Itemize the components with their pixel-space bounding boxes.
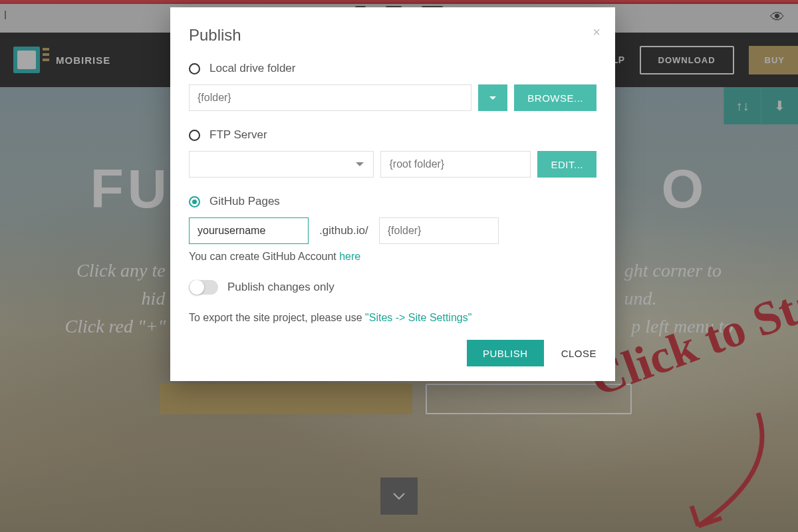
github-create-link[interactable]: here: [339, 251, 360, 262]
github-radio[interactable]: [189, 196, 200, 207]
browse-button[interactable]: BROWSE...: [514, 84, 597, 111]
github-folder-input[interactable]: [379, 217, 499, 244]
github-radio-row[interactable]: GitHub Pages: [189, 195, 597, 208]
close-button[interactable]: CLOSE: [561, 348, 597, 359]
github-help-text: You can create GitHub Account here: [189, 251, 597, 263]
local-drive-label: Local drive folder: [209, 62, 295, 75]
local-drive-section: Local drive folder BROWSE...: [189, 62, 597, 111]
local-drive-radio[interactable]: [189, 63, 200, 74]
github-pages-section: GitHub Pages .github.io/ You can create …: [189, 195, 597, 263]
github-username-input[interactable]: [189, 217, 309, 244]
local-drive-radio-row[interactable]: Local drive folder: [189, 62, 597, 75]
folder-dropdown-button[interactable]: [478, 84, 507, 111]
publish-changes-toggle[interactable]: [189, 280, 218, 295]
ftp-server-select[interactable]: [189, 151, 374, 178]
dialog-title: Publish: [189, 26, 597, 45]
ftp-radio-row[interactable]: FTP Server: [189, 128, 597, 142]
site-settings-link[interactable]: "Sites -> Site Settings": [365, 312, 471, 323]
publish-button[interactable]: PUBLISH: [467, 340, 544, 366]
publish-dialog: Publish × Local drive folder BROWSE... F…: [170, 7, 615, 381]
publish-changes-label: Publish changes only: [227, 281, 334, 294]
close-icon[interactable]: ×: [593, 25, 600, 40]
ftp-label: FTP Server: [209, 128, 267, 142]
publish-changes-row: Publish changes only: [189, 280, 597, 295]
dialog-footer: PUBLISH CLOSE: [189, 340, 597, 366]
github-label: GitHub Pages: [209, 195, 280, 208]
local-folder-input[interactable]: [189, 84, 471, 111]
ftp-root-folder-input[interactable]: [380, 151, 531, 178]
github-domain-text: .github.io/: [319, 224, 368, 237]
export-hint: To export the site project, please use "…: [189, 312, 597, 324]
ftp-radio[interactable]: [189, 130, 200, 141]
ftp-section: FTP Server EDIT...: [189, 128, 597, 178]
ftp-edit-button[interactable]: EDIT...: [537, 151, 597, 178]
